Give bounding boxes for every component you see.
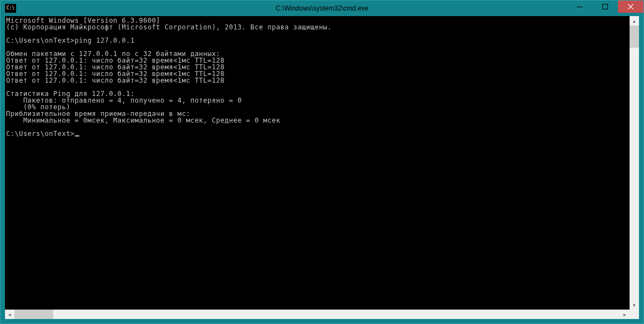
scroll-down-button[interactable]: ▾	[630, 300, 639, 310]
close-icon	[628, 4, 633, 9]
horizontal-scroll-track[interactable]	[14, 310, 620, 319]
vertical-scrollbar[interactable]: ▴ ▾	[630, 16, 639, 310]
minimize-icon	[577, 4, 582, 9]
terminal-line: Ответ от 127.0.0.1: число байт=32 время<…	[6, 77, 630, 84]
scroll-right-button[interactable]: ▸	[620, 310, 630, 319]
cmd-window: C:\ C:\Windows\system32\cmd.exe	[0, 0, 644, 324]
arrow-left-icon: ◂	[8, 312, 11, 317]
terminal-line: C:\Users\onText>ping 127.0.0.1	[6, 37, 630, 44]
vertical-scroll-thumb[interactable]	[630, 26, 639, 48]
arrow-down-icon: ▾	[633, 302, 636, 308]
arrow-up-icon: ▴	[633, 18, 636, 24]
scroll-left-button[interactable]: ◂	[5, 310, 14, 319]
terminal-line: C:\Users\onText>	[6, 130, 630, 137]
terminal-line: (c) Корпорация Майкрософт (Microsoft Cor…	[6, 24, 630, 31]
terminal-line: Минимальное = 0мсек, Максимальное = 0 мс…	[6, 117, 630, 124]
horizontal-scroll-thumb[interactable]	[14, 310, 53, 319]
terminal-viewport[interactable]: Microsoft Windows [Version 6.3.9600](c) …	[5, 16, 630, 310]
svg-rect-1	[603, 4, 608, 9]
minimize-button[interactable]	[567, 1, 592, 13]
terminal-line	[6, 124, 630, 130]
window-controls	[567, 1, 643, 13]
arrow-right-icon: ▸	[623, 312, 626, 317]
cmd-icon: C:\	[5, 4, 16, 13]
svg-rect-0	[577, 7, 582, 7]
cursor	[75, 135, 79, 136]
maximize-button[interactable]	[592, 1, 618, 13]
maximize-icon	[602, 4, 608, 9]
terminal-output: Microsoft Windows [Version 6.3.9600](c) …	[5, 16, 630, 137]
horizontal-scrollbar[interactable]: ◂ ▸	[5, 310, 630, 319]
vertical-scroll-track[interactable]	[630, 26, 639, 300]
client-area: Microsoft Windows [Version 6.3.9600](c) …	[5, 16, 639, 319]
window-title: C:\Windows\system32\cmd.exe	[276, 4, 368, 12]
scrollbar-corner	[630, 310, 639, 319]
terminal-line: Пакетов: отправлено = 4, получено = 4, п…	[6, 97, 630, 104]
titlebar[interactable]: C:\ C:\Windows\system32\cmd.exe	[1, 1, 643, 16]
scroll-up-button[interactable]: ▴	[630, 16, 639, 26]
close-button[interactable]	[618, 1, 643, 13]
